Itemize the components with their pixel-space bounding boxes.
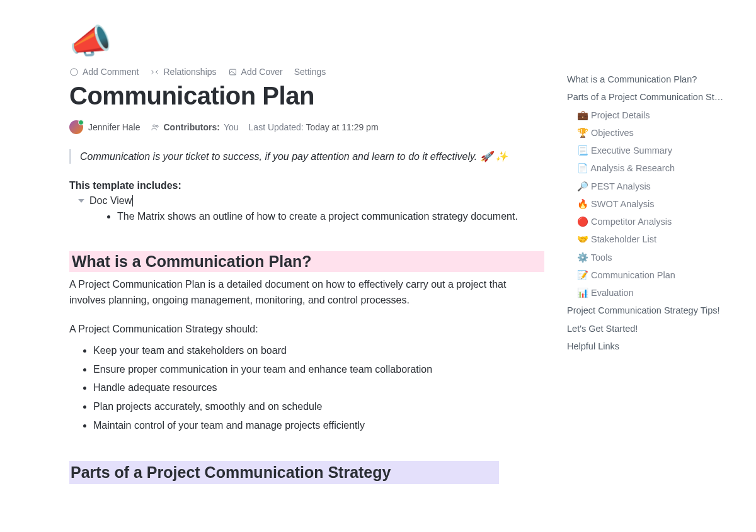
outline-item[interactable]: What is a Communication Plan? bbox=[567, 71, 731, 88]
add-cover-label: Add Cover bbox=[241, 67, 283, 77]
outline-subitem[interactable]: 📃 Executive Summary bbox=[567, 142, 743, 159]
svg-point-3 bbox=[156, 125, 158, 127]
updated-label: Last Updated: bbox=[249, 122, 304, 132]
contributors-value: You bbox=[224, 122, 239, 132]
page-meta: Jennifer Hale Contributors: You Last Upd… bbox=[69, 120, 548, 134]
list-item[interactable]: The Matrix shows an outline of how to cr… bbox=[117, 209, 548, 225]
settings-label: Settings bbox=[294, 67, 326, 77]
avatar bbox=[69, 120, 83, 134]
page-toolbar: Add Comment Relationships Add Cover Sett… bbox=[69, 67, 548, 77]
main-content: 📣 Add Comment Relationships Add Cover Se… bbox=[0, 18, 548, 484]
add-cover-button[interactable]: Add Cover bbox=[228, 67, 283, 77]
toggle-label: Doc View bbox=[89, 195, 133, 207]
cover-icon bbox=[228, 67, 238, 77]
outline-subitem[interactable]: 🏆 Objectives bbox=[567, 124, 743, 142]
page-outline: What is a Communication Plan? Parts of a… bbox=[567, 71, 743, 355]
contributors[interactable]: Contributors: You bbox=[151, 122, 239, 132]
outline-item[interactable]: Let's Get Started! bbox=[567, 320, 731, 337]
outline-subitem[interactable]: 🤝 Stakeholder List bbox=[567, 230, 743, 248]
outline-subitem[interactable]: 💼 Project Details bbox=[567, 106, 743, 124]
settings-button[interactable]: Settings bbox=[294, 67, 326, 77]
add-comment-label: Add Comment bbox=[83, 67, 139, 77]
relationships-icon bbox=[150, 67, 159, 77]
template-includes-heading[interactable]: This template includes: bbox=[69, 180, 548, 191]
owner-name: Jennifer Hale bbox=[88, 122, 140, 132]
list-item[interactable]: Keep your team and stakeholders on board bbox=[93, 341, 548, 360]
svg-point-2 bbox=[152, 125, 155, 127]
outline-subitem[interactable]: 📝 Communication Plan bbox=[567, 266, 743, 284]
toggle-doc-view[interactable]: Doc View bbox=[69, 195, 548, 207]
comment-icon bbox=[69, 67, 79, 77]
last-updated: Last Updated: Today at 11:29 pm bbox=[249, 122, 379, 132]
should-label[interactable]: A Project Communication Strategy should: bbox=[69, 322, 536, 337]
add-comment-button[interactable]: Add Comment bbox=[69, 67, 139, 77]
list-item[interactable]: Plan projects accurately, smoothly and o… bbox=[93, 397, 548, 416]
quote-block[interactable]: Communication is your ticket to success,… bbox=[69, 149, 548, 164]
svg-point-0 bbox=[71, 68, 77, 75]
heading-what-is[interactable]: What is a Communication Plan? bbox=[69, 251, 544, 272]
outline-item[interactable]: Project Communication Strategy Tips! bbox=[567, 302, 731, 319]
outline-subitem[interactable]: ⚙️ Tools bbox=[567, 249, 743, 266]
updated-value: Today at 11:29 pm bbox=[306, 122, 378, 132]
relationships-button[interactable]: Relationships bbox=[150, 67, 216, 77]
list-item[interactable]: Handle adequate resources bbox=[93, 378, 548, 397]
owner-chip[interactable]: Jennifer Hale bbox=[69, 120, 140, 134]
outline-item[interactable]: Parts of a Project Communication St… bbox=[567, 88, 731, 106]
heading-text: What is a Communication Plan? bbox=[71, 250, 316, 273]
page-icon[interactable]: 📣 bbox=[69, 24, 548, 58]
contributors-label: Contributors: bbox=[164, 122, 220, 132]
relationships-label: Relationships bbox=[163, 67, 216, 77]
outline-subitem[interactable]: 🔥 SWOT Analysis bbox=[567, 195, 743, 213]
outline-subitem[interactable]: 🔴 Competitor Analysis bbox=[567, 213, 743, 230]
list-item[interactable]: Maintain control of your team and manage… bbox=[93, 416, 548, 435]
caret-down-icon bbox=[78, 199, 84, 203]
outline-item[interactable]: Helpful Links bbox=[567, 337, 731, 355]
page-title[interactable]: Communication Plan bbox=[69, 82, 548, 110]
list-item[interactable]: Ensure proper communication in your team… bbox=[93, 360, 548, 379]
outline-subitem[interactable]: 📊 Evaluation bbox=[567, 284, 743, 302]
strategy-should-list: Keep your team and stakeholders on board… bbox=[69, 341, 548, 434]
outline-subitem[interactable]: 🔎 PEST Analysis bbox=[567, 178, 743, 195]
outline-subitem[interactable]: 📄 Analysis & Research bbox=[567, 159, 743, 177]
people-icon bbox=[151, 123, 160, 132]
intro-paragraph[interactable]: A Project Communication Plan is a detail… bbox=[69, 277, 536, 308]
toggle-content-list: The Matrix shows an outline of how to cr… bbox=[69, 209, 548, 225]
heading-parts[interactable]: Parts of a Project Communication Strateg… bbox=[69, 461, 499, 484]
